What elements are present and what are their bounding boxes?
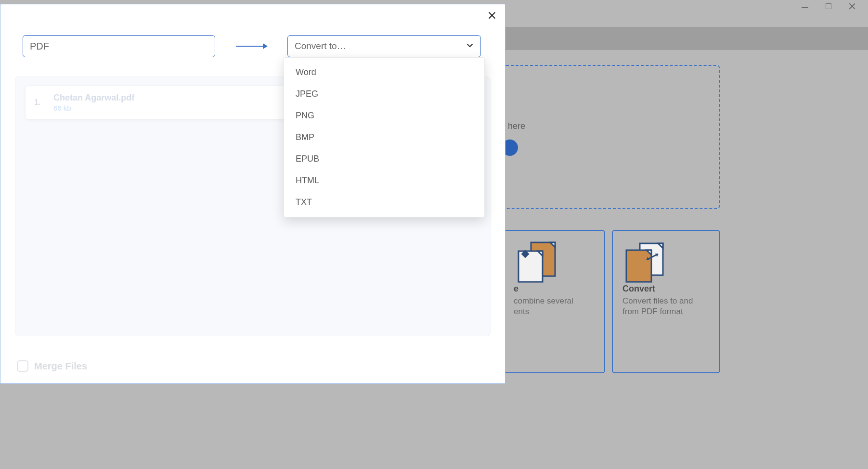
card-combine[interactable]: e combine several ents <box>503 230 605 373</box>
card-convert-title: Convert <box>622 284 710 294</box>
source-format-input[interactable] <box>23 35 215 57</box>
format-option[interactable]: Word <box>284 62 484 83</box>
format-option[interactable]: BMP <box>284 127 484 148</box>
file-index: 1. <box>34 98 46 107</box>
card-combine-desc-line1: combine several <box>514 296 595 306</box>
format-row: Convert to… WordJPEGPNGBMPEPUBHTMLTXT <box>23 35 483 57</box>
format-option[interactable]: HTML <box>284 170 484 191</box>
drop-zone[interactable]: here <box>503 65 720 209</box>
card-combine-desc-line2: ents <box>514 306 595 317</box>
card-convert-desc: Convert files to and from PDF format <box>622 296 710 317</box>
target-format-placeholder: Convert to… <box>295 41 346 51</box>
window-minimize-icon[interactable] <box>802 7 808 8</box>
format-option[interactable]: JPEG <box>284 83 484 105</box>
merge-label: Merge Files <box>34 361 87 372</box>
format-option[interactable]: TXT <box>284 191 484 213</box>
drop-zone-text: here <box>508 121 525 131</box>
merge-checkbox[interactable] <box>17 360 28 372</box>
svg-rect-7 <box>626 250 651 282</box>
arrow-icon <box>215 41 287 51</box>
format-option[interactable]: PNG <box>284 105 484 127</box>
window-close-icon[interactable] <box>849 3 855 10</box>
target-format-select[interactable]: Convert to… <box>287 35 481 57</box>
modal-close-button[interactable] <box>486 9 498 22</box>
combine-icon <box>514 240 560 284</box>
chevron-down-icon <box>466 41 474 51</box>
merge-files-row[interactable]: Merge Files <box>17 360 87 372</box>
close-icon <box>487 11 497 20</box>
target-format-dropdown: WordJPEGPNGBMPEPUBHTMLTXT <box>284 57 485 217</box>
card-combine-title: e <box>514 284 595 294</box>
target-format-wrap: Convert to… WordJPEGPNGBMPEPUBHTMLTXT <box>287 35 481 57</box>
convert-icon <box>622 240 669 284</box>
format-option[interactable]: EPUB <box>284 148 484 170</box>
file-name: Chetan Agarwal.pdf <box>53 93 134 103</box>
convert-modal: Convert to… WordJPEGPNGBMPEPUBHTMLTXT 1.… <box>0 4 505 384</box>
card-convert[interactable]: Convert Convert files to and from PDF fo… <box>612 230 720 373</box>
svg-rect-2 <box>518 251 543 282</box>
file-size: 66 kb <box>53 104 134 112</box>
window-controls <box>802 3 855 10</box>
svg-marker-12 <box>263 43 268 49</box>
window-maximize-icon[interactable] <box>826 3 831 9</box>
